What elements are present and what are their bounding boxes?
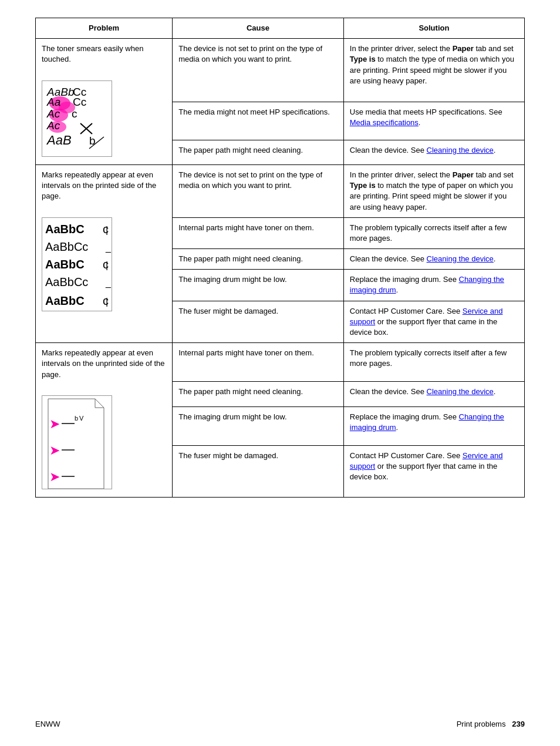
svg-text:b: b <box>75 415 78 422</box>
problem-cell-3: Marks repeatedly appear at even interval… <box>36 343 173 498</box>
col-header-problem: Problem <box>36 18 173 39</box>
solution-cell-3-1: The problem typically corrects itself af… <box>343 343 524 382</box>
cause-cell-3-2: The paper path might need cleaning. <box>173 381 344 406</box>
cause-cell-3-1: Internal parts might have toner on them. <box>173 343 344 382</box>
svg-text:b: b <box>89 135 96 147</box>
col-header-cause: Cause <box>173 18 344 39</box>
svg-text:➤: ➤ <box>49 443 60 458</box>
page-footer: ENWW Print problems 239 <box>35 720 525 728</box>
svg-text:AaBbCc: AaBbCc <box>45 240 88 253</box>
solution-cell-2-5: Contact HP Customer Care. See Service an… <box>343 301 524 343</box>
svg-text:AaB: AaB <box>46 133 72 147</box>
media-specifications-link[interactable]: Media specifications <box>350 118 419 127</box>
svg-text:Aa: Aa <box>46 96 60 108</box>
marks-printed-image: AaBbC c | AaBbCc _ AaBbC c | AaBbCc _ <box>42 217 112 311</box>
cause-cell-2-2: Internal parts might have toner on them. <box>173 217 344 248</box>
solution-cell-3-2: Clean the device. See Cleaning the devic… <box>343 381 524 406</box>
cause-cell-2-5: The fuser might be damaged. <box>173 301 344 343</box>
svg-text:➤: ➤ <box>49 416 60 431</box>
svg-text:_: _ <box>105 278 112 288</box>
cleaning-device-link-2[interactable]: Cleaning the device <box>427 254 494 263</box>
problem-cell-2: Marks repeatedly appear at even interval… <box>36 164 173 342</box>
changing-drum-link-2[interactable]: Changing the imaging drum <box>350 412 504 432</box>
solution-cell-3-4: Contact HP Customer Care. See Service an… <box>343 445 524 497</box>
svg-text:_: _ <box>105 243 112 253</box>
cause-cell-2-1: The device is not set to print on the ty… <box>173 164 344 217</box>
svg-text:|: | <box>106 260 108 270</box>
cause-cell-1-2: The media might not meet HP specificatio… <box>173 102 344 140</box>
solution-cell-2-2: The problem typically corrects itself af… <box>343 217 524 248</box>
footer-right: Print problems 239 <box>457 720 525 728</box>
svg-text:AaBbCc: AaBbCc <box>45 275 88 288</box>
cleaning-device-link-3[interactable]: Cleaning the device <box>427 387 494 396</box>
svg-text:Cc: Cc <box>73 96 86 108</box>
cause-cell-2-3: The paper path might need cleaning. <box>173 249 344 270</box>
problem-cell-1: The toner smears easily when touched. Aa… <box>36 39 173 165</box>
svg-text:Ac: Ac <box>46 107 60 120</box>
table-row: Marks repeatedly appear at even interval… <box>36 164 525 217</box>
table-row: The toner smears easily when touched. Aa… <box>36 39 525 102</box>
solution-cell-2-4: Replace the imaging drum. See Changing t… <box>343 270 524 301</box>
cause-cell-3-3: The imaging drum might be low. <box>173 407 344 446</box>
footer-left: ENWW <box>35 720 60 728</box>
cleaning-device-link-1[interactable]: Cleaning the device <box>427 146 494 154</box>
service-support-link-1[interactable]: Service and support <box>350 307 503 326</box>
main-table: Problem Cause Solution The toner smears … <box>35 18 525 498</box>
col-header-solution: Solution <box>343 18 524 39</box>
svg-text:AaBbC: AaBbC <box>45 258 85 271</box>
toner-smear-image: AaBb Cc Aa Cc Ac c <box>42 80 112 157</box>
svg-text:AaBbC: AaBbC <box>45 223 85 236</box>
cause-cell-2-4: The imaging drum might be low. <box>173 270 344 301</box>
cause-cell-1-3: The paper path might need cleaning. <box>173 140 344 164</box>
svg-text:|: | <box>106 225 108 235</box>
cause-cell-3-4: The fuser might be damaged. <box>173 445 344 497</box>
svg-text:Ac: Ac <box>46 119 60 132</box>
table-row: Marks repeatedly appear at even interval… <box>36 343 525 382</box>
svg-text:AaBbC: AaBbC <box>45 294 85 307</box>
svg-text:c: c <box>72 107 77 120</box>
marks-unprinted-image: b V ➤ ➤ ➤ <box>42 395 112 489</box>
solution-cell-1-2: Use media that meets HP specifications. … <box>343 102 524 140</box>
solution-cell-1-1: In the printer driver, select the Paper … <box>343 39 524 102</box>
solution-cell-3-3: Replace the imaging drum. See Changing t… <box>343 407 524 446</box>
solution-cell-1-3: Clean the device. See Cleaning the devic… <box>343 140 524 164</box>
solution-cell-2-1: In the printer driver, select the Paper … <box>343 164 524 217</box>
svg-text:➤: ➤ <box>49 469 60 484</box>
cause-cell-1-1: The device is not set to print on the ty… <box>173 39 344 102</box>
svg-text:V: V <box>79 415 84 422</box>
service-support-link-2[interactable]: Service and support <box>350 451 503 471</box>
svg-text:|: | <box>106 297 108 307</box>
changing-drum-link-1[interactable]: Changing the imaging drum <box>350 275 504 294</box>
solution-cell-2-3: Clean the device. See Cleaning the devic… <box>343 249 524 270</box>
